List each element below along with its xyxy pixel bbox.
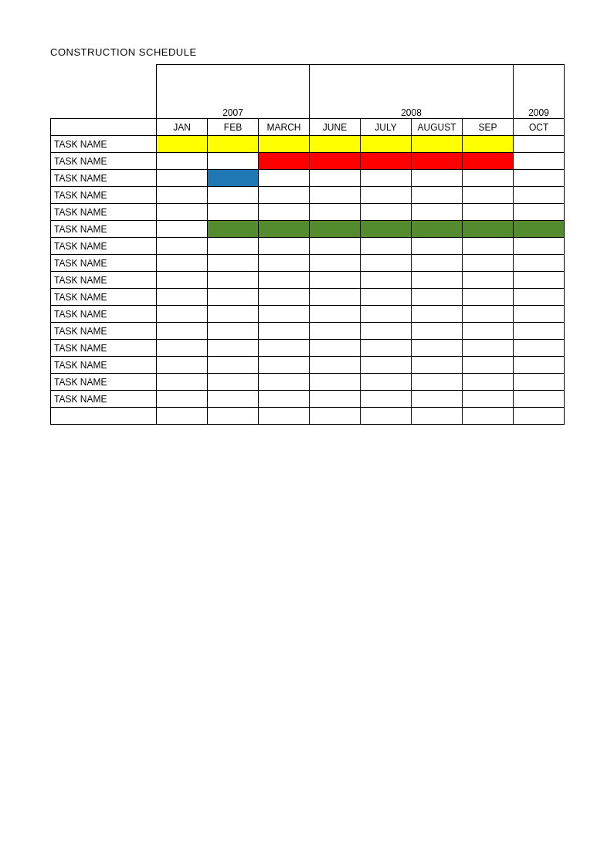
- task-name-cell[interactable]: TASK NAME: [51, 374, 157, 391]
- gantt-cell[interactable]: [463, 136, 514, 153]
- gantt-cell[interactable]: [259, 170, 310, 187]
- gantt-cell[interactable]: [259, 153, 310, 170]
- gantt-cell[interactable]: [361, 323, 412, 340]
- gantt-cell[interactable]: [310, 357, 361, 374]
- gantt-cell[interactable]: [361, 221, 412, 238]
- gantt-cell[interactable]: [412, 153, 463, 170]
- gantt-cell[interactable]: [259, 204, 310, 221]
- gantt-cell[interactable]: [157, 374, 208, 391]
- gantt-cell[interactable]: [157, 153, 208, 170]
- gantt-cell[interactable]: [259, 374, 310, 391]
- gantt-cell[interactable]: [259, 323, 310, 340]
- gantt-cell[interactable]: [310, 391, 361, 408]
- gantt-cell[interactable]: [412, 323, 463, 340]
- gantt-cell[interactable]: [514, 289, 565, 306]
- gantt-cell[interactable]: [463, 374, 514, 391]
- gantt-cell[interactable]: [412, 357, 463, 374]
- gantt-cell[interactable]: [361, 374, 412, 391]
- gantt-cell[interactable]: [361, 187, 412, 204]
- gantt-cell[interactable]: [208, 340, 259, 357]
- task-name-cell[interactable]: TASK NAME: [51, 153, 157, 170]
- gantt-cell[interactable]: [463, 306, 514, 323]
- gantt-cell[interactable]: [208, 374, 259, 391]
- gantt-cell[interactable]: [514, 306, 565, 323]
- gantt-cell[interactable]: [361, 170, 412, 187]
- gantt-cell[interactable]: [463, 289, 514, 306]
- gantt-cell[interactable]: [463, 153, 514, 170]
- gantt-cell[interactable]: [208, 272, 259, 289]
- gantt-cell[interactable]: [412, 374, 463, 391]
- gantt-cell[interactable]: [259, 221, 310, 238]
- gantt-cell[interactable]: [463, 221, 514, 238]
- gantt-cell[interactable]: [310, 136, 361, 153]
- gantt-cell[interactable]: [514, 204, 565, 221]
- gantt-cell[interactable]: [208, 204, 259, 221]
- gantt-cell[interactable]: [514, 323, 565, 340]
- gantt-cell[interactable]: [310, 238, 361, 255]
- gantt-cell[interactable]: [514, 374, 565, 391]
- task-name-cell[interactable]: TASK NAME: [51, 357, 157, 374]
- gantt-cell[interactable]: [412, 272, 463, 289]
- gantt-cell[interactable]: [259, 272, 310, 289]
- gantt-cell[interactable]: [361, 357, 412, 374]
- gantt-cell[interactable]: [208, 306, 259, 323]
- gantt-cell[interactable]: [259, 136, 310, 153]
- task-name-cell[interactable]: TASK NAME: [51, 255, 157, 272]
- gantt-cell[interactable]: [259, 187, 310, 204]
- gantt-cell[interactable]: [310, 153, 361, 170]
- gantt-cell[interactable]: [157, 323, 208, 340]
- gantt-cell[interactable]: [463, 238, 514, 255]
- gantt-cell[interactable]: [463, 204, 514, 221]
- gantt-cell[interactable]: [259, 306, 310, 323]
- gantt-cell[interactable]: [157, 187, 208, 204]
- gantt-cell[interactable]: [208, 323, 259, 340]
- gantt-cell[interactable]: [514, 170, 565, 187]
- gantt-cell[interactable]: [463, 187, 514, 204]
- gantt-cell[interactable]: [412, 221, 463, 238]
- gantt-cell[interactable]: [514, 136, 565, 153]
- gantt-cell[interactable]: [412, 136, 463, 153]
- gantt-cell[interactable]: [361, 289, 412, 306]
- gantt-cell[interactable]: [412, 238, 463, 255]
- gantt-cell[interactable]: [157, 238, 208, 255]
- gantt-cell[interactable]: [157, 204, 208, 221]
- gantt-cell[interactable]: [157, 357, 208, 374]
- gantt-cell[interactable]: [463, 170, 514, 187]
- gantt-cell[interactable]: [259, 289, 310, 306]
- gantt-cell[interactable]: [310, 323, 361, 340]
- gantt-cell[interactable]: [310, 204, 361, 221]
- gantt-cell[interactable]: [361, 204, 412, 221]
- task-name-cell[interactable]: TASK NAME: [51, 289, 157, 306]
- task-name-cell[interactable]: TASK NAME: [51, 187, 157, 204]
- gantt-cell[interactable]: [259, 340, 310, 357]
- gantt-cell[interactable]: [208, 170, 259, 187]
- gantt-cell[interactable]: [361, 340, 412, 357]
- gantt-cell[interactable]: [310, 306, 361, 323]
- gantt-cell[interactable]: [157, 289, 208, 306]
- task-name-cell[interactable]: TASK NAME: [51, 272, 157, 289]
- gantt-cell[interactable]: [463, 272, 514, 289]
- gantt-cell[interactable]: [514, 340, 565, 357]
- gantt-cell[interactable]: [514, 153, 565, 170]
- gantt-cell[interactable]: [514, 272, 565, 289]
- gantt-cell[interactable]: [208, 136, 259, 153]
- gantt-cell[interactable]: [208, 221, 259, 238]
- gantt-cell[interactable]: [463, 255, 514, 272]
- gantt-cell[interactable]: [157, 340, 208, 357]
- task-name-cell[interactable]: TASK NAME: [51, 340, 157, 357]
- gantt-cell[interactable]: [157, 255, 208, 272]
- gantt-cell[interactable]: [412, 391, 463, 408]
- gantt-cell[interactable]: [412, 187, 463, 204]
- gantt-cell[interactable]: [157, 136, 208, 153]
- gantt-cell[interactable]: [514, 221, 565, 238]
- gantt-cell[interactable]: [157, 221, 208, 238]
- gantt-cell[interactable]: [157, 391, 208, 408]
- gantt-cell[interactable]: [361, 306, 412, 323]
- gantt-cell[interactable]: [514, 187, 565, 204]
- gantt-cell[interactable]: [208, 255, 259, 272]
- gantt-cell[interactable]: [259, 238, 310, 255]
- gantt-cell[interactable]: [463, 357, 514, 374]
- gantt-cell[interactable]: [310, 289, 361, 306]
- task-name-cell[interactable]: TASK NAME: [51, 136, 157, 153]
- gantt-cell[interactable]: [514, 255, 565, 272]
